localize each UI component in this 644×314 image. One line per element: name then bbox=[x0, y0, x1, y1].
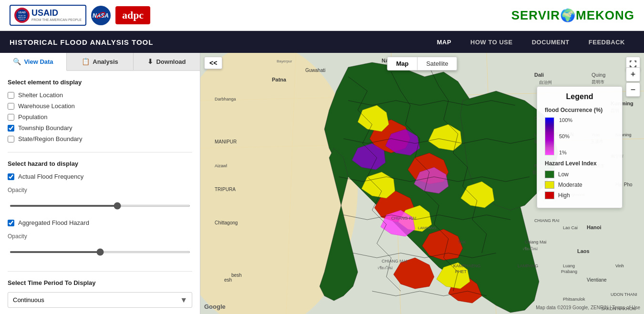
checkbox-shelter-input[interactable] bbox=[8, 92, 14, 99]
zoom-out-btn[interactable]: − bbox=[626, 82, 640, 97]
svg-text:Phitsanulok: Phitsanulok bbox=[563, 297, 585, 302]
gradient-label-100: 100% bbox=[559, 117, 572, 123]
flood-freq-opacity-slider-container bbox=[8, 200, 192, 209]
svg-text:PHET: PHET bbox=[455, 269, 467, 274]
nav-title: HISTORICAL FLOOD ANALYSIS TOOL bbox=[10, 38, 427, 46]
map-type-satellite-btn[interactable]: Satellite bbox=[417, 57, 457, 70]
legend-label-low: Low bbox=[558, 171, 569, 178]
nav-document[interactable]: DOCUMENT bbox=[522, 31, 579, 53]
gradient-label-50: 50% bbox=[559, 133, 572, 139]
svg-text:Darbhanga: Darbhanga bbox=[215, 97, 236, 101]
checkbox-warehouse-input[interactable] bbox=[8, 103, 14, 110]
view-data-icon: 🔍 bbox=[13, 58, 21, 65]
checkbox-flood-hazard-label: Aggregated Flood Hazard bbox=[18, 219, 89, 226]
svg-text:Prabang: Prabang bbox=[561, 269, 577, 274]
svg-text:Bayerpur: Bayerpur bbox=[277, 59, 292, 63]
hazard-checkboxes: Actual Flood Frequency Opacity Aggregate… bbox=[8, 173, 192, 262]
svg-text:เชียงใหม่: เชียงใหม่ bbox=[523, 247, 538, 251]
svg-text:Laos: Laos bbox=[577, 248, 590, 254]
nav-bar: HISTORICAL FLOOD ANALYSIS TOOL MAP HOW T… bbox=[0, 31, 644, 53]
checkbox-township-label: Township Boundary bbox=[18, 124, 72, 132]
svg-text:自治州: 自治州 bbox=[539, 80, 552, 85]
checkbox-population-label: Population bbox=[18, 113, 47, 121]
tab-analysis[interactable]: 📋 Analysis bbox=[67, 53, 134, 70]
legend-label-high: High bbox=[558, 192, 570, 199]
checkbox-flood-hazard[interactable]: Aggregated Flood Hazard bbox=[8, 219, 192, 226]
legend-item-high: High bbox=[545, 192, 614, 199]
usaid-seal: USAID FROM THE AMERICAN PEOPLE bbox=[14, 8, 30, 23]
checkbox-population-input[interactable] bbox=[8, 114, 14, 121]
nav-feedback[interactable]: FEEDBACK bbox=[579, 31, 634, 53]
adpc-logo: adpc bbox=[115, 6, 150, 24]
zoom-in-btn[interactable]: + bbox=[626, 67, 640, 81]
usaid-subtext: FROM THE AMERICAN PEOPLE bbox=[31, 18, 82, 22]
svg-text:CHIANG RAI: CHIANG RAI bbox=[534, 218, 560, 223]
svg-text:Luang: Luang bbox=[563, 263, 575, 268]
panel-content: Select element to display Shelter Locati… bbox=[0, 71, 200, 314]
svg-text:Chiang Mai: Chiang Mai bbox=[525, 240, 547, 244]
gradient-bar bbox=[545, 117, 554, 155]
panel-tabs: 🔍 View Data 📋 Analysis ⬇ Download bbox=[0, 53, 200, 71]
google-watermark: Google bbox=[204, 303, 226, 310]
nasa-logo: NASA bbox=[90, 5, 112, 26]
svg-text:Dali: Dali bbox=[534, 72, 544, 78]
svg-text:PEOPLE: PEOPLE bbox=[19, 19, 25, 20]
checkbox-township[interactable]: Township Boundary bbox=[8, 124, 192, 132]
svg-text:Chittagong: Chittagong bbox=[215, 220, 238, 225]
time-period-select[interactable]: Continuous 2000 2001 2002 2003 bbox=[8, 292, 192, 308]
tab-download-label: Download bbox=[156, 58, 186, 65]
divider1 bbox=[8, 152, 192, 152]
svg-text:MANIPUR: MANIPUR bbox=[215, 139, 237, 144]
analysis-icon: 📋 bbox=[82, 58, 90, 65]
element-checkboxes: Shelter Location Warehouse Location Popu… bbox=[8, 91, 192, 142]
panel-collapse-btn[interactable]: << bbox=[204, 57, 222, 69]
flood-hazard-opacity-slider[interactable] bbox=[10, 251, 190, 253]
tab-download[interactable]: ⬇ Download bbox=[134, 53, 200, 70]
svg-text:Aizawl: Aizawl bbox=[215, 163, 227, 168]
checkbox-flood-freq-input[interactable] bbox=[8, 173, 14, 180]
main-content: 🔍 View Data 📋 Analysis ⬇ Download Select… bbox=[0, 53, 644, 314]
svg-text:besh: besh bbox=[231, 273, 242, 278]
usaid-text-group: USAID FROM THE AMERICAN PEOPLE bbox=[31, 8, 82, 22]
flood-freq-opacity-slider[interactable] bbox=[10, 205, 190, 207]
divider2 bbox=[8, 271, 192, 272]
svg-text:USAID: USAID bbox=[18, 11, 26, 14]
svg-text:Vinh: Vinh bbox=[615, 263, 624, 268]
checkbox-shelter[interactable]: Shelter Location bbox=[8, 91, 192, 99]
checkbox-flood-freq[interactable]: Actual Flood Frequency bbox=[8, 173, 192, 180]
legend-color-moderate bbox=[545, 181, 554, 189]
checkbox-population[interactable]: Population bbox=[8, 113, 192, 121]
mekong-text: MEKONG bbox=[576, 8, 634, 22]
checkbox-warehouse[interactable]: Warehouse Location bbox=[8, 102, 192, 110]
map-area[interactable]: Patna Darbhanga MANIPUR Aizawl TRIPURA C… bbox=[200, 53, 644, 314]
flood-hazard-opacity-label: Opacity bbox=[8, 233, 192, 240]
legend-panel: Legend flood Occurrence (%) 100% 50% 1% … bbox=[537, 86, 623, 208]
legend-title: Legend bbox=[545, 92, 614, 101]
usaid-label: USAID bbox=[31, 8, 82, 18]
hazard-index-title: Hazard Level Index bbox=[545, 160, 614, 167]
checkbox-flood-hazard-input[interactable] bbox=[8, 220, 14, 226]
checkbox-state-input[interactable] bbox=[8, 136, 14, 142]
download-icon: ⬇ bbox=[147, 58, 153, 65]
legend-item-low: Low bbox=[545, 171, 614, 178]
checkbox-warehouse-label: Warehouse Location bbox=[18, 102, 75, 110]
usaid-logo: USAID FROM THE AMERICAN PEOPLE USAID FRO… bbox=[10, 5, 86, 26]
legend-color-high bbox=[545, 192, 554, 199]
checkbox-township-input[interactable] bbox=[8, 125, 14, 132]
section2-title: Select hazard to display bbox=[8, 160, 192, 167]
nav-map[interactable]: MAP bbox=[427, 31, 461, 53]
flood-hazard-opacity-slider-container bbox=[8, 246, 192, 255]
checkbox-state[interactable]: State/Region Boundary bbox=[8, 135, 192, 142]
map-type-map-btn[interactable]: Map bbox=[387, 57, 417, 70]
svg-text:Guwahati: Guwahati bbox=[305, 68, 325, 73]
tab-view-data[interactable]: 🔍 View Data bbox=[0, 53, 67, 71]
tab-view-data-label: View Data bbox=[24, 58, 53, 65]
svg-text:KAMPHAENG: KAMPHAENG bbox=[453, 263, 481, 268]
legend-item-moderate: Moderate bbox=[545, 181, 614, 189]
nav-how-to-use[interactable]: HOW TO USE bbox=[461, 31, 522, 53]
section3-title: Select Time Period To Display bbox=[8, 279, 192, 286]
flood-occurrence-title: flood Occurrence (%) bbox=[545, 107, 614, 113]
nav-links: MAP HOW TO USE DOCUMENT FEEDBACK bbox=[427, 31, 634, 53]
svg-text:Vientiane: Vientiane bbox=[587, 277, 607, 283]
svg-text:Lao Cai: Lao Cai bbox=[563, 225, 578, 230]
